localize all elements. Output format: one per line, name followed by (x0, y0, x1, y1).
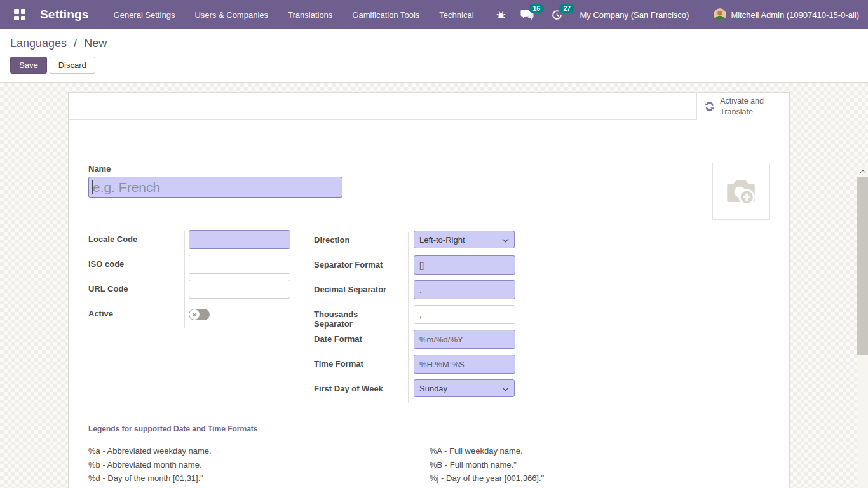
menu-users-companies[interactable]: Users & Companies (194, 10, 268, 20)
first-day-of-week-select[interactable]: Sunday (414, 379, 515, 397)
user-avatar[interactable] (714, 8, 726, 21)
first-day-of-week-value: Sunday (419, 384, 447, 393)
messages-icon[interactable]: 16 (520, 9, 534, 20)
save-button[interactable]: Save (10, 57, 47, 74)
breadcrumb-current: New (84, 37, 107, 50)
text-cursor (92, 180, 93, 194)
direction-value: Left-to-Right (419, 235, 465, 245)
flag-image-uploader[interactable] (712, 163, 770, 220)
sync-refresh-icon (705, 100, 714, 112)
scrollbar-up-arrow-icon[interactable] (857, 166, 868, 176)
field-row-decimal-separator: Decimal Separator (314, 280, 587, 305)
sheet-button-box: Activate and Translate (69, 93, 789, 120)
form-action-buttons: Save Discard (10, 57, 858, 74)
group-codes: Locale Code ISO code URL Code Activ (88, 230, 304, 329)
menu-technical[interactable]: Technical (439, 10, 473, 20)
thousands-separator-input[interactable] (414, 305, 515, 324)
form-sheet: Activate and Translate Name (68, 92, 790, 488)
app-title[interactable]: Settings (40, 8, 89, 22)
date-format-label: Date Format (314, 330, 402, 344)
locale-code-label: Locale Code (88, 230, 180, 244)
company-switcher[interactable]: My Company (San Francisco) (580, 10, 689, 20)
legends-right-column: %A - Full weekday name. %B - Full month … (430, 444, 771, 488)
top-menu: General Settings Users & Companies Trans… (114, 10, 474, 20)
active-toggle[interactable]: × (189, 309, 210, 320)
activities-clock-icon[interactable]: 27 (551, 9, 563, 21)
legend-item: %j - Day of the year [001,366]." (430, 471, 771, 485)
camera-plus-icon (722, 173, 759, 210)
discard-button[interactable]: Discard (50, 57, 95, 74)
direction-select[interactable]: Left-to-Right (414, 231, 515, 248)
form-view-content: Activate and Translate Name (0, 83, 868, 488)
breadcrumb: Languages / New (10, 37, 858, 50)
name-label: Name (88, 164, 342, 173)
time-format-input[interactable] (414, 355, 515, 374)
first-day-of-week-label: First Day of Week (314, 379, 402, 393)
legends-title: Legends for supported Date and Time Form… (88, 424, 771, 438)
messages-count-badge: 16 (529, 4, 544, 13)
name-field-block: Name (88, 164, 342, 198)
top-navbar: Settings General Settings Users & Compan… (0, 0, 868, 29)
locale-code-input[interactable] (189, 230, 290, 249)
activate-and-translate-label: Activate and Translate (720, 96, 783, 117)
vertical-scrollbar[interactable] (857, 166, 868, 488)
breadcrumb-languages-link[interactable]: Languages (10, 37, 67, 50)
activities-count-badge: 27 (559, 4, 574, 13)
field-row-url-code: URL Code (88, 280, 304, 304)
separator-format-label: Separator Format (314, 255, 402, 269)
iso-code-input[interactable] (189, 255, 290, 274)
sheet-body: Name (69, 120, 789, 488)
legends-left-column: %a - Abbreviated weekday name. %b - Abbr… (88, 444, 430, 488)
url-code-input[interactable] (189, 280, 290, 299)
navbar-systray: 16 27 My Company (San Francisco) Mitchel… (496, 8, 859, 21)
toggle-knob-x-icon: × (189, 309, 200, 320)
field-row-direction: Direction Left-to-Right (314, 231, 587, 255)
decimal-separator-input[interactable] (414, 280, 515, 299)
field-row-active: Active × (88, 304, 304, 329)
separator-format-input[interactable] (414, 255, 515, 274)
name-input[interactable] (88, 177, 342, 198)
user-menu[interactable]: Mitchell Admin (10907410-15-0-all) (731, 10, 859, 20)
thousands-separator-label: Thousands Separator (314, 305, 402, 329)
legend-item: %I - Hour (12-hour clock) [01,12]." (430, 485, 771, 488)
field-row-iso-code: ISO code (88, 255, 304, 280)
legend-item: %B - Full month name." (430, 458, 771, 472)
apps-menu-icon[interactable] (14, 9, 25, 20)
date-format-input[interactable] (414, 330, 515, 349)
field-row-first-day-of-week: First Day of Week Sunday (314, 379, 587, 404)
field-row-locale-code: Locale Code (88, 230, 304, 255)
activate-and-translate-button[interactable]: Activate and Translate (696, 93, 789, 120)
decimal-separator-label: Decimal Separator (314, 280, 402, 294)
field-row-date-format: Date Format (314, 330, 587, 355)
field-row-time-format: Time Format (314, 355, 587, 379)
legend-item: %d - Day of the month [01,31]." (88, 471, 430, 485)
chevron-down-icon (503, 236, 509, 243)
menu-general-settings[interactable]: General Settings (114, 10, 175, 20)
direction-label: Direction (314, 231, 402, 245)
field-row-thousands-separator: Thousands Separator (314, 305, 587, 330)
time-format-label: Time Format (314, 355, 402, 369)
field-row-separator-format: Separator Format (314, 255, 587, 280)
odoo-settings-language-form: Settings General Settings Users & Compan… (0, 0, 868, 488)
scrollbar-thumb[interactable] (857, 177, 868, 355)
legend-item: %a - Abbreviated weekday name. (88, 444, 430, 458)
group-formats: Direction Left-to-Right Separator Format (314, 231, 587, 404)
active-label: Active (88, 304, 180, 318)
legend-item: %A - Full weekday name. (430, 444, 771, 458)
breadcrumb-separator: / (74, 37, 77, 50)
legend-item: %b - Abbreviated month name. (88, 458, 430, 472)
url-code-label: URL Code (88, 280, 180, 294)
legend-item: %H - Hour (24-hour clock) [00,23]." (88, 485, 430, 488)
format-legends-section: Legends for supported Date and Time Form… (88, 424, 771, 488)
debug-bug-icon[interactable] (496, 10, 506, 20)
menu-translations[interactable]: Translations (288, 10, 332, 20)
menu-gamification-tools[interactable]: Gamification Tools (352, 10, 419, 20)
control-panel: Languages / New Save Discard (0, 29, 868, 83)
iso-code-label: ISO code (88, 255, 180, 269)
chevron-down-icon (503, 385, 509, 391)
